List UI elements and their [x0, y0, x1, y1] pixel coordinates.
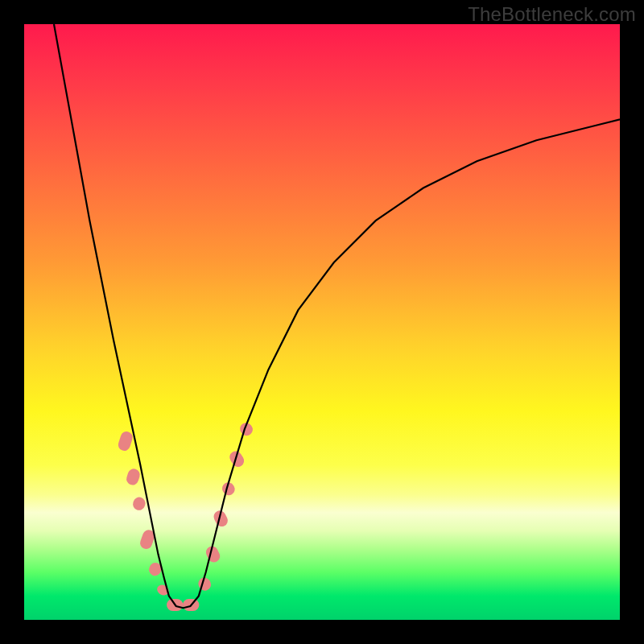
bottleneck-curve-svg — [24, 24, 620, 620]
data-marker — [131, 496, 147, 512]
data-marker — [204, 544, 221, 564]
chart-frame: TheBottleneck.com — [0, 0, 644, 644]
data-marker — [117, 430, 134, 452]
plot-area — [24, 24, 620, 620]
bottleneck-curve — [54, 24, 620, 608]
watermark-text: TheBottleneck.com — [468, 3, 636, 26]
data-marker — [125, 467, 142, 486]
data-marker — [227, 449, 246, 469]
